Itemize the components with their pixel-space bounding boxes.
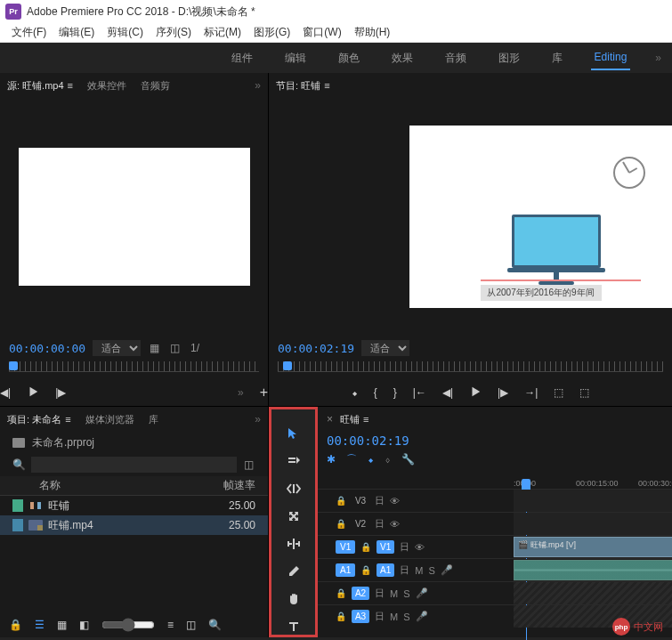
add-marker-icon[interactable]: ⬥	[352, 386, 358, 399]
play-icon[interactable]	[27, 385, 39, 401]
track-output-icon[interactable]: 日	[375, 610, 385, 623]
automate-icon[interactable]: ◫	[186, 619, 196, 631]
ws-graphics[interactable]: 图形	[495, 45, 523, 71]
menu-clip[interactable]: 剪辑(C)	[101, 25, 150, 40]
razor-tool-icon[interactable]	[284, 537, 304, 552]
tab-source[interactable]: 源: 旺铺.mp4 ≡	[7, 79, 73, 93]
mute-icon[interactable]: M	[390, 588, 398, 599]
program-zoom-select[interactable]: 适合	[361, 340, 409, 356]
list-view-icon[interactable]: ☰	[35, 619, 45, 631]
mark-in-icon[interactable]: ◀|	[0, 386, 11, 399]
tab-overflow-icon[interactable]: »	[255, 413, 261, 425]
menu-sequence[interactable]: 序列(S)	[150, 25, 198, 40]
eye-icon[interactable]: 👁	[415, 542, 425, 553]
track-label[interactable]: A2	[352, 587, 369, 600]
selection-tool-icon[interactable]	[284, 425, 304, 441]
track-select-tool-icon[interactable]	[284, 453, 304, 468]
type-tool-icon[interactable]	[284, 620, 304, 635]
source-ruler[interactable]	[9, 361, 259, 379]
ws-color[interactable]: 颜色	[335, 45, 363, 71]
mute-icon[interactable]: M	[390, 612, 398, 622]
mute-icon[interactable]: M	[415, 565, 423, 576]
ws-editing-en[interactable]: Editing	[591, 45, 631, 70]
program-ruler[interactable]	[278, 361, 663, 379]
add-marker-icon[interactable]: ⬥	[368, 453, 374, 466]
timeline-timecode[interactable]: 00:00:02:19	[318, 432, 672, 450]
audio-clip[interactable]	[514, 560, 672, 580]
ws-libraries[interactable]: 库	[548, 45, 566, 71]
tab-libraries[interactable]: 库	[149, 413, 158, 426]
resolution-icon[interactable]: ◫	[168, 340, 182, 356]
controls-overflow-icon[interactable]: »	[238, 386, 244, 399]
program-monitor-view[interactable]: 从2007年到2016年的9年间	[269, 98, 672, 335]
step-forward-icon[interactable]: |▶	[55, 386, 66, 399]
ws-assembly[interactable]: 组件	[228, 45, 256, 71]
panel-menu-icon[interactable]: ≡	[324, 80, 329, 91]
lock-icon[interactable]: 🔒	[360, 542, 371, 552]
track-output-icon[interactable]: 日	[375, 494, 385, 507]
voiceover-icon[interactable]: 🎤	[441, 564, 453, 576]
project-item-clip[interactable]: 旺铺.mp4 25.00	[0, 515, 268, 535]
project-column-headers[interactable]: 名称 帧速率	[0, 476, 268, 496]
menu-graphics[interactable]: 图形(G)	[247, 25, 296, 40]
lock-icon[interactable]: 🔒	[360, 565, 371, 575]
source-timecode[interactable]: 00:00:00:00	[9, 342, 85, 355]
add-marker-icon[interactable]: +	[260, 385, 268, 401]
search-icon[interactable]: 🔍	[12, 458, 26, 471]
solo-icon[interactable]: S	[403, 612, 409, 622]
voiceover-icon[interactable]: 🎤	[416, 587, 428, 599]
step-forward-icon[interactable]: |▶	[498, 386, 508, 399]
source-monitor-view[interactable]	[0, 98, 268, 335]
settings-icon[interactable]: ▦	[148, 340, 161, 356]
go-to-out-icon[interactable]: →|	[524, 386, 538, 399]
lock-icon[interactable]: 🔒	[9, 619, 22, 631]
eye-icon[interactable]: 👁	[390, 519, 400, 530]
eye-icon[interactable]: 👁	[390, 496, 400, 506]
find-icon[interactable]: 🔍	[208, 619, 222, 631]
menu-window[interactable]: 窗口(W)	[296, 25, 347, 40]
timeline-settings-icon[interactable]: ⬨	[385, 453, 391, 466]
project-search-input[interactable]	[31, 457, 237, 473]
rate-stretch-tool-icon[interactable]	[284, 508, 304, 523]
video-clip[interactable]: 🎬 旺铺.mp4 [V]	[514, 537, 672, 557]
col-name[interactable]: 名称	[12, 478, 211, 493]
go-to-in-icon[interactable]: |←	[413, 386, 426, 399]
tab-media-browser[interactable]: 媒体浏览器	[85, 413, 134, 426]
mark-in-icon[interactable]: {	[374, 386, 377, 399]
freeform-view-icon[interactable]: ◧	[79, 619, 89, 631]
col-fps[interactable]: 帧速率	[211, 478, 255, 493]
tab-sequence[interactable]: 旺铺 ≡	[340, 413, 368, 426]
pen-tool-icon[interactable]	[284, 564, 304, 579]
filter-icon[interactable]: ◫	[242, 457, 255, 473]
track-content[interactable]	[514, 582, 672, 604]
sort-icon[interactable]: ≡	[167, 619, 174, 631]
lock-icon[interactable]: 🔒	[336, 496, 346, 506]
tab-overflow-icon[interactable]: »	[255, 79, 261, 92]
thumbnail-size-slider[interactable]	[101, 618, 155, 632]
solo-icon[interactable]: S	[403, 588, 409, 599]
lock-icon[interactable]: 🔒	[336, 588, 346, 598]
close-icon[interactable]: ×	[327, 413, 333, 425]
linked-selection-icon[interactable]: ⌒	[346, 452, 357, 467]
source-patch[interactable]: V1	[336, 540, 355, 554]
track-label[interactable]: V1	[376, 540, 394, 554]
tab-project[interactable]: 项目: 未命名 ≡	[7, 413, 71, 426]
menu-edit[interactable]: 编辑(E)	[53, 25, 101, 40]
lock-icon[interactable]: 🔒	[336, 612, 346, 621]
extract-icon[interactable]: ⬚	[579, 386, 589, 399]
lock-icon[interactable]: 🔒	[336, 519, 346, 529]
track-content[interactable]	[514, 490, 672, 512]
menu-help[interactable]: 帮助(H)	[348, 25, 397, 40]
track-output-icon[interactable]: 日	[400, 563, 409, 577]
ws-audio[interactable]: 音频	[441, 45, 470, 71]
source-zoom-select[interactable]: 适合	[93, 340, 141, 356]
hand-tool-icon[interactable]	[284, 592, 304, 607]
snap-icon[interactable]: ✱	[327, 453, 336, 466]
track-label[interactable]: A3	[352, 610, 369, 623]
play-icon[interactable]	[469, 385, 482, 401]
track-content[interactable]	[514, 513, 672, 535]
solo-icon[interactable]: S	[428, 565, 434, 576]
source-patch[interactable]: A1	[336, 563, 355, 577]
panel-menu-icon[interactable]: ≡	[68, 80, 73, 91]
track-output-icon[interactable]: 日	[400, 540, 409, 554]
